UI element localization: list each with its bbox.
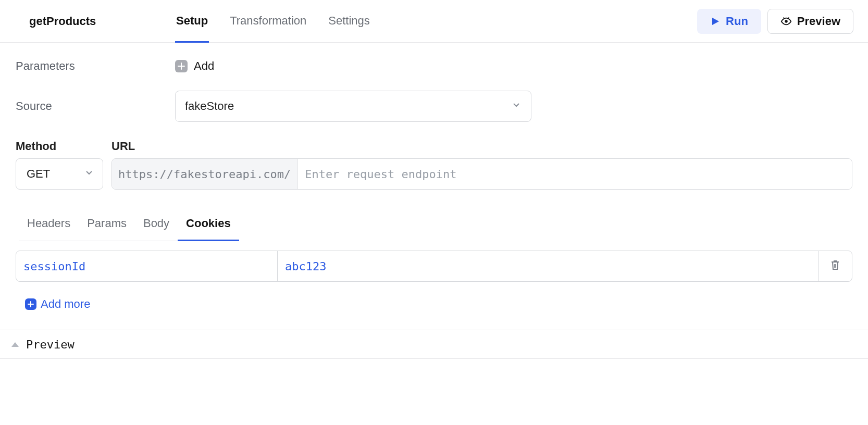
request-config: Headers Params Body Cookies Add more	[16, 210, 852, 311]
tab-transformation[interactable]: Transformation	[229, 1, 307, 43]
add-parameter-label: Add	[194, 59, 214, 73]
method-select-value: GET	[27, 167, 50, 181]
chevron-down-icon	[84, 167, 94, 181]
method-col: Method GET	[16, 140, 103, 190]
content-area: Parameters Add Source fakeStore Method G…	[0, 43, 868, 311]
plus-icon	[25, 298, 36, 310]
delete-cookie-button[interactable]	[819, 251, 852, 281]
request-tabs: Headers Params Body Cookies	[19, 210, 238, 241]
method-url-row: Method GET URL https://fakestoreapi.com/	[16, 140, 852, 190]
add-more-label: Add more	[41, 297, 90, 311]
cookie-row	[16, 251, 852, 282]
parameters-label: Parameters	[16, 59, 175, 73]
subtab-cookies[interactable]: Cookies	[178, 210, 239, 241]
topbar: getProducts Setup Transformation Setting…	[0, 0, 868, 43]
url-input[interactable]	[297, 159, 852, 189]
top-actions: Run Preview	[697, 9, 853, 34]
parameters-row: Parameters Add	[16, 59, 852, 73]
preview-panel-label: Preview	[26, 338, 75, 351]
url-label: URL	[111, 140, 852, 153]
chevron-down-icon	[511, 99, 522, 113]
source-select[interactable]: fakeStore	[175, 91, 531, 122]
tab-setup[interactable]: Setup	[175, 1, 209, 43]
subtab-body[interactable]: Body	[135, 210, 178, 241]
source-label: Source	[16, 99, 175, 113]
source-row: Source fakeStore	[16, 91, 852, 122]
run-button-label: Run	[726, 15, 748, 28]
tab-settings[interactable]: Settings	[327, 1, 371, 43]
cookie-key-input[interactable]	[16, 251, 278, 281]
cookie-value-input[interactable]	[278, 251, 819, 281]
url-col: URL https://fakestoreapi.com/	[111, 140, 852, 190]
subtab-headers[interactable]: Headers	[19, 210, 79, 241]
preview-panel-toggle[interactable]: Preview	[0, 330, 868, 359]
plus-icon	[175, 60, 188, 72]
preview-button-label: Preview	[797, 15, 840, 28]
svg-point-0	[785, 20, 788, 23]
method-select[interactable]: GET	[16, 158, 103, 190]
play-icon	[710, 16, 721, 27]
trash-icon	[830, 259, 840, 273]
add-more-cookies-button[interactable]: Add more	[25, 297, 90, 311]
page-title: getProducts	[29, 15, 175, 28]
url-input-group: https://fakestoreapi.com/	[111, 158, 852, 190]
add-parameter-button[interactable]: Add	[175, 59, 214, 73]
source-select-value: fakeStore	[185, 99, 234, 113]
primary-tabs: Setup Transformation Settings	[175, 0, 371, 42]
method-label: Method	[16, 140, 103, 153]
url-prefix: https://fakestoreapi.com/	[112, 159, 297, 189]
subtab-params[interactable]: Params	[79, 210, 135, 241]
triangle-up-icon	[11, 342, 19, 347]
run-button[interactable]: Run	[697, 9, 761, 34]
eye-icon	[780, 16, 792, 27]
preview-button[interactable]: Preview	[767, 9, 853, 34]
